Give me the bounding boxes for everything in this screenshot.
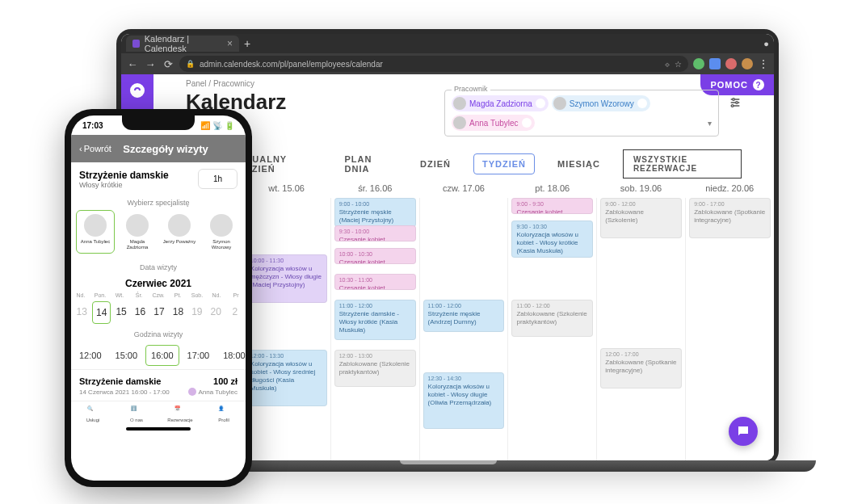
back-button[interactable]: ‹ Powrót: [79, 144, 111, 153]
phone-tab-info[interactable]: ℹ️O nas: [115, 401, 158, 425]
calendar-icon: 📅: [174, 405, 186, 417]
day-column[interactable]: 9:00 - 17:00Zablokowane (Spotkanie integ…: [685, 198, 774, 460]
specialist-option[interactable]: Szymon Wzorowy: [202, 210, 241, 254]
calendar-event[interactable]: 9:00 - 10:00Strzyżenie męskie (Maciej Pr…: [334, 198, 416, 227]
day-column[interactable]: 11:00 - 12:00Strzyżenie męskie (Andrzej …: [419, 198, 508, 460]
calendar-event[interactable]: 11:00 - 12:00Zablokowane (Szkolenie prak…: [511, 300, 593, 337]
view-day[interactable]: DZIEŃ: [412, 154, 459, 174]
employee-chip[interactable]: Magda Zadziorna×: [452, 95, 549, 111]
calendar-event[interactable]: 11:00 - 12:00Strzyżenie damskie - Włosy …: [334, 300, 416, 340]
browser-menu-button[interactable]: ⋮: [758, 57, 769, 70]
calendar-event[interactable]: 9:00 - 17:00Zablokowane (Spotkanie integ…: [689, 198, 771, 238]
forward-button[interactable]: →: [144, 58, 157, 70]
reload-button[interactable]: ⟳: [162, 58, 174, 70]
employee-filter[interactable]: Pracownik Magda Zadziorna× Szymon Wzorow…: [444, 90, 719, 136]
address-bar[interactable]: 🔒 admin.calendesk.com/pl/panel/employees…: [179, 56, 688, 72]
avatar: [126, 214, 149, 237]
home-indicator: [126, 427, 191, 430]
extension-icon[interactable]: [742, 58, 753, 69]
phone-title: Szczegóły wizyty: [118, 143, 213, 155]
all-reservations-button[interactable]: WSZYSTKIE REZERWACJE: [623, 149, 742, 178]
employee-filter-label: Pracownik: [452, 85, 490, 93]
day-header: sob. 19.06: [597, 183, 686, 193]
day-column[interactable]: 9:00 - 12:00Zablokowane (Szkolenie)12:00…: [596, 198, 685, 460]
calendar-event[interactable]: 9:30 - 10:30Koloryzacja włosów u kobiet …: [511, 220, 593, 258]
help-icon: ?: [753, 79, 764, 90]
new-tab-button[interactable]: +: [244, 37, 250, 50]
phone-tab-search[interactable]: 🔍Usługi: [71, 401, 115, 425]
day-column[interactable]: 10:00 - 11:30Koloryzacja włosów u mężczy…: [242, 198, 330, 460]
settings-sliders-icon[interactable]: [729, 96, 742, 111]
status-time: 17:03: [82, 121, 103, 130]
brand-logo[interactable]: [128, 81, 147, 100]
phone-header: ‹ Powrót Szczegóły wizyty: [71, 135, 246, 162]
day-column[interactable]: 9:00 - 9:30Czesanie kobiet9:30 - 10:30Ko…: [507, 198, 596, 460]
chevron-down-icon[interactable]: ▾: [708, 119, 712, 128]
chat-icon: [736, 424, 750, 439]
remove-chip-icon[interactable]: ×: [536, 99, 545, 108]
calendar-event[interactable]: 12:30 - 14:30Koloryzacja włosów u kobiet…: [423, 372, 505, 429]
search-icon: 🔍: [87, 405, 99, 417]
day-option: 13: [74, 301, 90, 324]
minimize-icon[interactable]: ●: [763, 39, 769, 48]
calendar-event[interactable]: 9:00 - 9:30Czesanie kobiet: [511, 198, 593, 214]
calendar-event[interactable]: 9:30 - 10:00Czesanie kobiet: [334, 225, 416, 242]
extensions: [693, 58, 753, 69]
svg-point-3: [733, 99, 735, 101]
day-option[interactable]: 14: [92, 301, 110, 324]
phone-frame: 17:03 📶 📡 🔋 ‹ Powrót Szczegóły wizyty St…: [65, 109, 252, 487]
month-title: Czerwiec 2021: [71, 275, 246, 292]
calendar-event[interactable]: 10:00 - 10:30Czesanie kobiet: [334, 248, 416, 264]
view-month[interactable]: MIESIĄC: [549, 154, 608, 174]
specialists-row: Anna TubylecMagda ZadziornaJerzy Poważny…: [71, 210, 246, 260]
calendar-event[interactable]: 10:30 - 11:00Czesanie kobiet: [334, 274, 416, 290]
view-day-plan[interactable]: PLAN DNIA: [337, 149, 397, 178]
day-option: 20: [208, 301, 224, 324]
phone-tab-profile[interactable]: 👤Profil: [202, 401, 246, 425]
remove-chip-icon[interactable]: ×: [637, 99, 647, 108]
hour-label: Godzina wizyty: [71, 327, 246, 342]
day-option[interactable]: 15: [113, 301, 129, 324]
avatar: [453, 116, 466, 129]
day-option[interactable]: 16: [132, 301, 148, 324]
employee-chip[interactable]: Szymon Wzorowy×: [552, 95, 650, 111]
tab-title: Kalendarz | Calendesk: [145, 34, 222, 53]
calendar-event[interactable]: 12:00 - 13:00Zablokowane (Szkolenie prak…: [334, 350, 416, 387]
duration-selector[interactable]: 1h: [198, 169, 238, 189]
extension-icon[interactable]: [693, 58, 704, 69]
info-icon: ℹ️: [131, 405, 142, 417]
extension-icon[interactable]: [725, 58, 737, 69]
calendar-event[interactable]: 10:00 - 11:30Koloryzacja włosów u mężczy…: [246, 254, 327, 303]
hour-option[interactable]: 18:00: [217, 345, 246, 366]
summary-specialist: Anna Tubylec: [188, 388, 238, 396]
star-icon[interactable]: ☆: [675, 60, 682, 69]
back-button[interactable]: ←: [126, 58, 139, 70]
extension-icon[interactable]: [709, 58, 721, 69]
share-icon[interactable]: ⟐: [665, 60, 670, 69]
hour-option[interactable]: 17:00: [182, 345, 216, 366]
calendar-event[interactable]: 12:00 - 17:00Zablokowane (Spotkanie inte…: [600, 348, 682, 388]
specialist-option[interactable]: Anna Tubylec: [76, 210, 115, 254]
hour-option[interactable]: 12:00: [74, 345, 107, 366]
browser-tab[interactable]: Kalendarz | Calendesk ×: [126, 36, 239, 52]
day-column[interactable]: 9:00 - 10:00Strzyżenie męskie (Maciej Pr…: [330, 198, 419, 460]
favicon: [132, 40, 140, 48]
calendar-event[interactable]: 12:00 - 13:30Koloryzacja włosów u kobiet…: [246, 350, 327, 406]
chat-fab[interactable]: [729, 417, 758, 446]
day-option[interactable]: 18: [170, 301, 186, 324]
profile-icon: 👤: [218, 405, 229, 417]
close-tab-icon[interactable]: ×: [227, 38, 233, 49]
specialist-option[interactable]: Magda Zadziorna: [118, 210, 157, 254]
calendar-event[interactable]: 11:00 - 12:00Strzyżenie męskie (Andrzej …: [423, 300, 505, 332]
employee-chip[interactable]: Anna Tubylec×: [452, 115, 535, 131]
day-option[interactable]: 17: [151, 301, 167, 324]
hour-option[interactable]: 16:00: [145, 345, 179, 366]
hour-option[interactable]: 15:00: [110, 345, 144, 366]
phone-tab-calendar[interactable]: 📅Rezerwacje: [158, 401, 202, 425]
view-week[interactable]: TYDZIEŃ: [473, 153, 535, 174]
specialist-option[interactable]: Jerzy Poważny: [160, 210, 199, 254]
remove-chip-icon[interactable]: ×: [522, 118, 532, 128]
summary-date: 14 Czerwca 2021 16:00 - 17:00: [79, 388, 170, 396]
calendar-event[interactable]: 9:00 - 12:00Zablokowane (Szkolenie): [600, 198, 682, 238]
avatar: [168, 214, 191, 237]
